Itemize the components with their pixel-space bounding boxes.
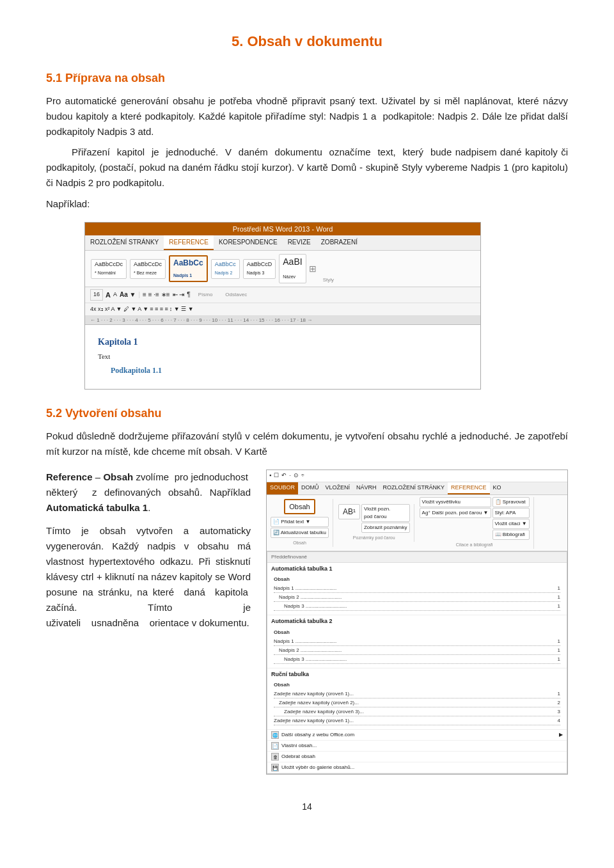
style-no-space[interactable]: AaBbCcDc* Bez meze	[130, 259, 166, 279]
ws2-btn-dalsi-pozn[interactable]: Ag⁺ Další pozn. pod čarou ▼	[420, 508, 491, 518]
left-col-para1: Reference – Obsah zvolíme pro jednoducho…	[46, 470, 251, 516]
ws2-tab-navrh[interactable]: NÁVRH	[353, 482, 380, 495]
ws2-menu-custom[interactable]: 📄 Vlastní obsah...	[267, 741, 567, 752]
example-label: Například:	[46, 197, 568, 212]
spacing-btn[interactable]: ↕ ▼ ☰ ▼	[169, 305, 194, 314]
ws2-btn-obsah[interactable]: Obsah	[284, 499, 315, 515]
ws2-save-menu-icon: 💾	[271, 764, 279, 771]
tab-zobrazeni[interactable]: ZOBRAZENÍ	[316, 235, 363, 250]
font-size[interactable]: 16	[90, 289, 103, 301]
ws2-auto-toc1-label: Automatická tabulka 1	[271, 565, 563, 574]
group-label-pismo: Písmo	[198, 291, 213, 299]
ws2-btn-zobrazit[interactable]: Zobrazit poznámky	[361, 523, 410, 533]
word-formatting-bar: 16 A A Aa ▼ | ≡ ≡ ·≡ ∗≡ ⇤ ⇥ ¶ Písmo Odst…	[85, 287, 480, 303]
ws2-dropdown: Předdefinované Automatická tabulka 1 Obs…	[267, 551, 567, 775]
auto-tabulka-bold: Automatická tabulka 1	[46, 502, 148, 513]
formatting-sep: |	[138, 290, 140, 299]
ws2-circle-icon[interactable]: ⊙	[294, 471, 299, 480]
ws2-menu-remove[interactable]: 🗑 Odebrat obsah	[267, 752, 567, 762]
section-1-para-1: Pro automatické generování obsahu je pot…	[46, 93, 568, 139]
ws2-ribbon-tabs: SOUBOR DOMŮ VLOŽENÍ NÁVRH ROZLOŽENÍ STRÁ…	[267, 482, 567, 496]
color-btn[interactable]: A ▼ 🖊 ▼ A ▼	[111, 305, 149, 314]
reference-bold: Reference	[46, 471, 93, 482]
word-screenshot-1: Prostředí MS Word 2013 - Word ROZLOŽENÍ …	[84, 222, 481, 390]
ws2-toc1-row2: Nadpis 2 .............................1	[274, 594, 560, 602]
ws2-auto-toc1-preview[interactable]: Obsah Nadpis 1 .........................…	[271, 574, 563, 613]
ws2-menu-save[interactable]: 💾 Uložit výběr do galerie obsahů...	[267, 762, 567, 773]
ws2-tab-domu[interactable]: DOMŮ	[298, 482, 322, 495]
ws2-ribbon-area: Obsah 📄 Přidat text ▼ 🔄 Aktualizovat tab…	[267, 495, 567, 551]
align-btns[interactable]: ≡ ≡ ≡ ≡	[150, 305, 168, 314]
ws2-label-obsah: Obsah	[293, 540, 306, 547]
ws2-rucni-row1: Zadejte název kapitoly (úroveň 1)...1	[274, 690, 560, 698]
bold-btn[interactable]: Aa ▼	[120, 290, 136, 299]
indent-btn[interactable]: ⇤ ⇥	[173, 290, 185, 299]
ws2-rucni-title: Obsah	[274, 681, 560, 689]
pilcrow-btn[interactable]: ¶	[187, 290, 190, 299]
ws2-custom-icon: 📄	[271, 742, 279, 750]
ws2-dropdown-header: Předdefinované	[267, 552, 567, 563]
ws2-btn-vlozit-vysv[interactable]: Vložit vysvětlivku	[420, 497, 491, 507]
ws2-btn-pridat[interactable]: 📄 Přidat text ▼	[271, 517, 329, 527]
tab-rozlozeni[interactable]: ROZLOŽENÍ STRÁNKY	[85, 235, 164, 250]
style-nadpis1[interactable]: AaBbCcNadpis 1	[169, 255, 208, 282]
ws2-rucni-label: Ruční tabulka	[271, 670, 563, 679]
ws2-btn-spravovat[interactable]: 📋 Spravovat	[492, 497, 530, 507]
ws2-rucni-preview[interactable]: Obsah Zadejte název kapitoly (úroveň 1).…	[271, 680, 563, 727]
ws2-tab-vlozeni[interactable]: VLOŽENÍ	[322, 482, 354, 495]
style-normal[interactable]: AaBbCcDc* Normální	[91, 259, 127, 279]
ws2-tab-soubor[interactable]: SOUBOR	[267, 482, 298, 495]
ws2-group-obsah: Obsah 📄 Přidat text ▼ 🔄 Aktualizovat tab…	[271, 499, 333, 547]
ws2-rucni-section: Ruční tabulka Obsah Zadejte název kapito…	[267, 668, 567, 730]
ws2-auto-toc2-preview[interactable]: Obsah Nadpis 1 .........................…	[271, 627, 563, 666]
styles-label: Styly	[323, 276, 334, 284]
ws2-menu-custom-label: Vlastní obsah...	[281, 742, 317, 750]
ws2-btn-bibliografi[interactable]: 📖 Bibliografi	[492, 530, 530, 540]
ws2-group-poznamky: AB¹ Vložit pozn.pod čarou Zobrazit pozná…	[338, 504, 414, 542]
tab-revize[interactable]: REVIZE	[283, 235, 316, 250]
ws2-tab-reference[interactable]: REFERENCE	[448, 482, 490, 495]
ws2-label-citace: Citace a bibliografi	[456, 542, 493, 549]
word-podkapitola: Podkapitola 1.1	[111, 365, 468, 376]
ws2-btn-vlozit-citaci[interactable]: Vložit citaci ▼	[492, 519, 530, 529]
right-column: ▪ ☐ ↶ · ⊙ ÷ SOUBOR DOMŮ VLOŽENÍ NÁVRH RO…	[266, 470, 568, 775]
font-a-small[interactable]: A	[113, 290, 117, 299]
ws2-toc2-row2: Nadpis 2 .............................1	[274, 647, 560, 655]
ws2-dot: ·	[289, 471, 291, 480]
ws2-rucni-row2: Zadejte název kapitoly (úroveň 2)...2	[274, 699, 560, 707]
style-nadpis2[interactable]: AaBbCcNadpis 2	[211, 259, 240, 279]
ws2-tab-rozlozeni[interactable]: ROZLOŽENÍ STRÁNKY	[380, 482, 448, 495]
word-screenshot-2: ▪ ☐ ↶ · ⊙ ÷ SOUBOR DOMŮ VLOŽENÍ NÁVRH RO…	[266, 470, 568, 775]
subscript-btn[interactable]: 4x x₂ x²	[90, 305, 110, 314]
ws2-menu-office-label: Další obsahy z webu Office.com	[281, 731, 354, 739]
tab-reference[interactable]: REFERENCE	[164, 235, 214, 250]
ws2-save-icon[interactable]: ▪	[269, 471, 271, 480]
word-ribbon-area: AaBbCcDc* Normální AaBbCcDc* Bez meze Aa…	[85, 251, 480, 287]
left-column: Reference – Obsah zvolíme pro jednoducho…	[46, 470, 251, 631]
ws2-menu-office[interactable]: 🌐 Další obsahy z webu Office.com ▶	[267, 730, 567, 741]
section-2-para-intro: Pokud důsledně dodržujeme přiřazování st…	[46, 429, 568, 459]
style-nadpis3[interactable]: AaBbCcDNadpis 3	[243, 259, 276, 279]
ws2-office-icon: 🌐	[271, 731, 279, 739]
ws2-btn-aktualizovat[interactable]: 🔄 Aktualizovat tabulku	[271, 528, 329, 538]
ws2-tab-ko[interactable]: KO	[490, 482, 505, 495]
section-heading-1: 5.1 Příprava na obsah	[46, 70, 568, 87]
style-nazev[interactable]: AaBINázev	[279, 254, 306, 283]
word-ruler: ← 1 · · · 2 · · · 3 · · · 4 · · · 5 · · …	[85, 316, 480, 325]
ws2-undo-icon[interactable]: ☐	[274, 471, 279, 480]
styles-expand-icon[interactable]: ⊞	[309, 262, 317, 276]
left-col-para2: Tímto je obsah vytvořen a automaticky vy…	[46, 523, 251, 631]
page: 5. Obsah v dokumentu 5.1 Příprava na obs…	[0, 0, 614, 868]
tab-korespondence[interactable]: KORESPONDENCE	[214, 235, 283, 250]
bullet-btn[interactable]: ≡ ≡ ·≡ ∗≡	[143, 290, 169, 299]
ws2-auto-toc2-section: Automatická tabulka 2 Obsah Nadpis 1 ...…	[267, 615, 567, 668]
word-text: Text	[98, 351, 468, 362]
ws2-redo-icon[interactable]: ↶	[281, 471, 287, 480]
font-a-large[interactable]: A	[106, 290, 111, 301]
ws2-toc2-row3: Nadpis 3 .............................1	[274, 656, 560, 664]
ws2-btn-styl[interactable]: Styl: APA	[492, 508, 530, 518]
ws2-btn-vlozit-pozn[interactable]: Vložit pozn.pod čarou	[361, 504, 410, 522]
ws2-auto-toc2-label: Automatická tabulka 2	[271, 617, 563, 626]
page-number: 14	[46, 800, 568, 814]
ws2-btn-ab[interactable]: AB¹	[338, 504, 360, 519]
